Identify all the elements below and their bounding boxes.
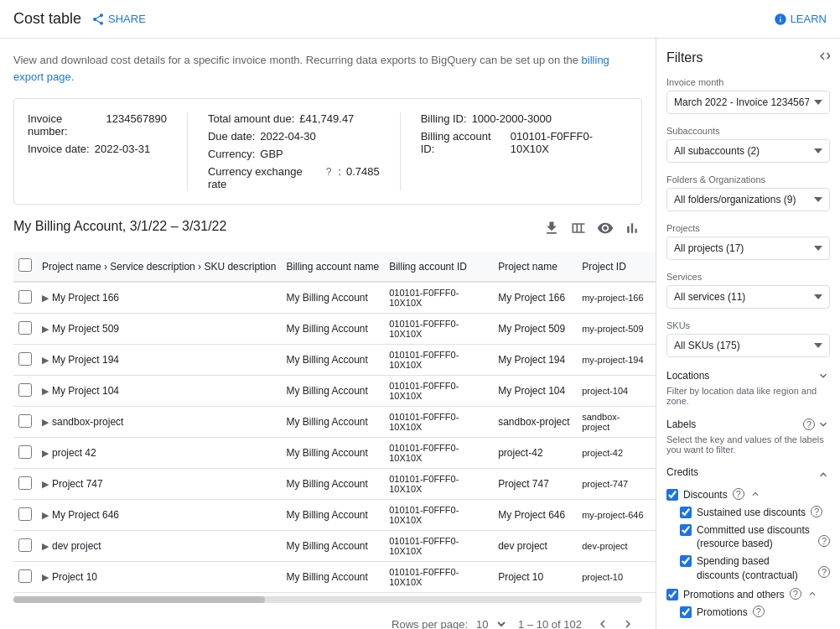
row-checkbox-0[interactable] [18,290,32,304]
table-row: ▶sandbox-project My Billing Account 0101… [13,407,656,438]
exchange-rate-value: : [338,165,341,178]
projects-select[interactable]: All projects (17) [666,237,830,260]
filters-sidebar: Filters Invoice month March 2022 - Invoi… [656,39,840,629]
table-row: ▶project 42 My Billing Account 010101-F0… [13,438,656,469]
credits-section: Credits Discounts ? Sustained use discou… [666,466,830,619]
prev-page-button[interactable] [592,613,614,629]
promotions-checkbox-item: Promotions and others ? [666,588,830,602]
billing-id-label: Billing ID: [421,112,467,125]
share-button[interactable]: SHARE [91,13,146,26]
chart-icon[interactable] [622,218,642,238]
promotions-sub-checkbox[interactable] [680,606,692,618]
expand-btn-1[interactable]: ▶ [42,324,49,334]
promotions-sub-checkbox-item: Promotions ? [680,606,830,620]
spending-checkbox[interactable] [680,555,692,567]
invoice-number-label: Invoice number: [28,112,101,138]
columns-icon[interactable] [568,218,589,238]
discounts-label: Discounts [683,488,728,502]
pagination-bar: Rows per page: 10 25 50 100 1 – 10 of 10… [13,606,642,629]
invoice-month-select[interactable]: March 2022 - Invoice 1234567890 [666,91,830,114]
expand-btn-9[interactable]: ▶ [42,572,49,582]
col-header-proj-name: Project name [493,252,577,282]
services-filter: Services All services (11) [666,272,830,309]
expand-btn-0[interactable]: ▶ [42,293,49,303]
row-checkbox-7[interactable] [18,507,32,521]
skus-select[interactable]: All SKUs (175) [666,334,830,357]
committed-checkbox-item: Committed use discounts (resource based)… [680,523,830,552]
sustained-help-icon[interactable]: ? [811,506,822,517]
expand-btn-4[interactable]: ▶ [42,417,49,427]
labels-help-icon[interactable]: ? [803,418,815,430]
labels-header[interactable]: Labels ? [666,418,830,431]
currency-label: Currency: [208,148,255,160]
collapse-sidebar-icon[interactable] [815,49,830,67]
promotions-collapse-icon[interactable] [806,588,818,600]
row-checkbox-8[interactable] [18,538,32,552]
spending-checkbox-item: Spending based discounts (contractual) ? [680,554,830,583]
expand-btn-7[interactable]: ▶ [42,510,49,520]
expand-btn-3[interactable]: ▶ [42,386,49,396]
locations-header[interactable]: Locations [666,369,830,382]
row-checkbox-5[interactable] [18,445,32,459]
total-value: £41,749.47 [299,112,354,125]
col-header-project: Project name › Service description › SKU… [37,252,281,282]
sustained-checkbox[interactable] [680,507,692,518]
rows-per-page-select[interactable]: 10 25 50 100 [473,617,508,630]
learn-label: LEARN [791,13,827,25]
promotions-sub-help-icon[interactable]: ? [753,606,765,617]
folders-label: Folders & Organizations [666,174,830,185]
cost-table: Project name › Service description › SKU… [13,252,656,593]
row-checkbox-1[interactable] [18,321,32,335]
sustained-checkbox-item: Sustained use discounts ? [680,506,830,520]
projects-label: Projects [666,223,830,233]
filters-title: Filters [666,50,703,65]
promotions-checkbox[interactable] [666,589,678,600]
committed-label: Committed use discounts (resource based) [697,523,813,552]
learn-button[interactable]: LEARN [774,13,827,26]
row-checkbox-2[interactable] [18,352,32,366]
invoice-number-value: 1234567890 [106,112,167,125]
subaccounts-filter: Subaccounts All subaccounts (2) [666,126,830,163]
next-page-button[interactable] [617,613,639,629]
expand-btn-2[interactable]: ▶ [42,355,49,365]
billing-export-link[interactable]: billing export page [13,54,609,83]
download-icon[interactable] [542,218,562,238]
row-checkbox-9[interactable] [18,569,32,583]
credits-collapse-icon[interactable] [817,468,830,481]
invoice-date-value: 2022-03-31 [95,143,151,155]
spending-help-icon[interactable]: ? [818,566,830,578]
total-label: Total amount due: [208,112,294,125]
row-checkbox-6[interactable] [18,476,32,490]
projects-filter: Projects All projects (17) [666,223,830,260]
row-checkbox-4[interactable] [18,414,32,428]
select-all-checkbox[interactable] [18,258,32,272]
description-text: View and download cost details for a spe… [13,52,642,85]
invoice-month-filter: Invoice month March 2022 - Invoice 12345… [666,77,830,114]
discounts-checkbox[interactable] [666,489,678,501]
currency-value: GBP [260,148,283,160]
folders-select[interactable]: All folders/organizations (9) [666,188,830,211]
services-select[interactable]: All services (11) [666,285,830,309]
labels-desc: Select the key and values of the labels … [666,434,830,455]
locations-collapse-icon [817,369,830,382]
invoice-date-label: Invoice date: [28,143,90,155]
committed-checkbox[interactable] [680,524,692,536]
visibility-icon[interactable] [595,218,615,238]
invoice-month-label: Invoice month [666,77,830,87]
expand-btn-6[interactable]: ▶ [42,479,49,489]
promotions-help-icon[interactable]: ? [790,588,801,600]
horizontal-scrollbar[interactable] [13,596,642,603]
billing-id-value: 1000-2000-3000 [472,112,552,125]
exchange-rate-help-icon[interactable]: ? [326,166,332,178]
locations-filter: Locations Filter by location data like r… [666,369,830,406]
expand-btn-8[interactable]: ▶ [42,541,49,551]
table-row: ▶My Project 166 My Billing Account 01010… [13,282,656,314]
subaccounts-select[interactable]: All subaccounts (2) [666,139,830,163]
committed-help-icon[interactable]: ? [818,535,830,547]
expand-btn-5[interactable]: ▶ [42,448,49,458]
row-checkbox-3[interactable] [18,383,32,397]
discounts-collapse-icon[interactable] [749,488,761,500]
skus-filter: SKUs All SKUs (175) [666,320,830,357]
discounts-help-icon[interactable]: ? [733,488,744,500]
billing-section-title: My Billing Account, 3/1/22 – 3/31/22 [13,219,226,234]
